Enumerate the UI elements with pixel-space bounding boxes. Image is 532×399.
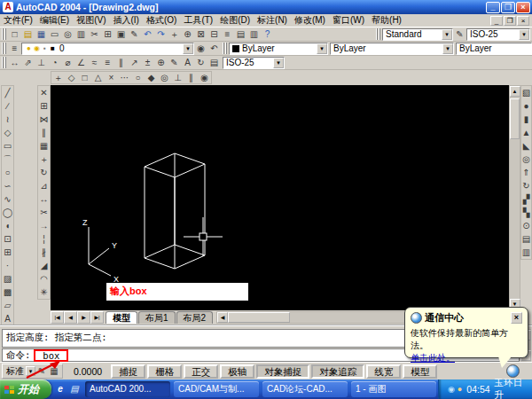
scroll-up-icon[interactable]: ▲: [510, 86, 520, 97]
snap-intersection-icon[interactable]: ×: [105, 72, 118, 84]
child-close-button[interactable]: ×: [517, 16, 529, 26]
next-tab-button[interactable]: ▶: [77, 311, 90, 324]
standard-mini-toolbar[interactable]: 标准 ▾ ✎▦: [2, 364, 63, 379]
child-restore-button[interactable]: ❐: [504, 16, 516, 26]
publish-icon[interactable]: ▥: [74, 28, 88, 41]
solids-box-icon[interactable]: ▧: [521, 86, 531, 99]
quick-launch-ie-icon[interactable]: e: [54, 383, 66, 395]
snap-quadrant-icon[interactable]: ◆: [145, 72, 158, 84]
snap-tangent-icon[interactable]: ◎: [158, 72, 171, 84]
polyline-icon[interactable]: ≀: [2, 113, 13, 126]
redo-icon[interactable]: ↷: [154, 28, 168, 41]
quick-leader-icon[interactable]: ↗: [128, 57, 141, 69]
point-icon[interactable]: ·: [2, 259, 13, 272]
polygon-icon[interactable]: ◇: [2, 126, 13, 139]
interfere-icon[interactable]: ⊙: [521, 219, 531, 232]
section-icon[interactable]: ▚: [521, 206, 531, 219]
menu-file[interactable]: 文件(F): [0, 14, 36, 27]
hatch-icon[interactable]: ▨: [2, 272, 13, 286]
plot-preview-icon[interactable]: ◎: [61, 28, 74, 41]
balloon-link[interactable]: 单击此处。: [411, 352, 522, 364]
chevron-down-icon[interactable]: ▾: [442, 29, 452, 40]
slice-icon[interactable]: ▞: [521, 192, 531, 206]
menu-window[interactable]: 窗口(W): [329, 14, 368, 27]
snap-perpendicular-icon[interactable]: ⊥: [171, 72, 184, 84]
toolbar-grip[interactable]: [2, 28, 6, 40]
mini-toolbar-icon-1[interactable]: ✎: [35, 365, 48, 378]
break-at-point-icon[interactable]: ¦: [38, 232, 50, 246]
insert-block-icon[interactable]: ⊡: [2, 232, 13, 246]
rotate-icon[interactable]: ↻: [38, 166, 50, 179]
model-toggle[interactable]: 模型: [403, 364, 437, 379]
baseline-dimension-icon[interactable]: ≡: [101, 57, 114, 69]
otrack-toggle[interactable]: 对象追踪: [311, 364, 364, 379]
temporary-track-point-icon[interactable]: ＋: [51, 72, 65, 84]
scroll-left-icon[interactable]: ◀: [217, 312, 228, 323]
chevron-down-icon[interactable]: ▾: [183, 43, 193, 54]
chevron-down-icon[interactable]: ▾: [317, 43, 327, 54]
lineweight-combo[interactable]: ByLayer: [456, 43, 532, 55]
aligned-dimension-icon[interactable]: ⇗: [21, 57, 35, 69]
menu-dimension[interactable]: 标注(N): [254, 14, 291, 27]
properties-toolbar-grip[interactable]: [223, 43, 227, 54]
revision-cloud-icon[interactable]: ∽: [2, 179, 13, 192]
dimension-edit-icon[interactable]: ✎: [168, 57, 181, 69]
layer-previous-icon[interactable]: ↶: [207, 43, 221, 55]
osnap-settings-icon[interactable]: ◉: [198, 72, 211, 84]
line-icon[interactable]: ╱: [2, 86, 13, 99]
tray-icon-2[interactable]: ●: [458, 382, 462, 396]
snap-extension-icon[interactable]: ⋯: [118, 72, 131, 84]
stretch-icon[interactable]: ↔: [38, 192, 50, 206]
rectangle-icon[interactable]: ▭: [2, 139, 13, 153]
radius-dimension-icon[interactable]: ◔: [48, 57, 61, 69]
solids-cone-icon[interactable]: ▲: [521, 126, 531, 139]
command-input-value[interactable]: box: [34, 349, 68, 362]
snap-endpoint-icon[interactable]: □: [78, 72, 91, 84]
paste-icon[interactable]: ▣: [114, 28, 128, 41]
layer-properties-manager-icon[interactable]: ≡: [8, 43, 21, 55]
make-block-icon[interactable]: ⊞: [2, 246, 13, 259]
minimize-button[interactable]: _: [486, 2, 500, 13]
layer-combo[interactable]: ●◉▪■ 0 ▾: [21, 43, 194, 55]
layer-color-icon[interactable]: ■: [49, 43, 57, 54]
mirror-icon[interactable]: ⋈: [38, 113, 50, 126]
layer-on-icon[interactable]: ●: [25, 43, 33, 54]
scale-icon[interactable]: ⊿: [38, 179, 50, 192]
tab-layout1[interactable]: 布局1: [138, 311, 176, 324]
copy-icon[interactable]: ⊞: [38, 99, 50, 113]
circle-icon[interactable]: ○: [2, 166, 13, 179]
balloon-close-icon[interactable]: ×: [511, 312, 522, 324]
snap-parallel-icon[interactable]: ∥: [184, 72, 198, 84]
horizontal-scroll-thumb[interactable]: [228, 312, 290, 323]
snap-center-icon[interactable]: ○: [131, 72, 145, 84]
tray-icon-1[interactable]: ◉: [448, 382, 455, 396]
lineweight-toggle[interactable]: 线宽: [366, 364, 401, 379]
explode-icon[interactable]: ✳: [38, 286, 50, 299]
quick-launch-desktop-icon[interactable]: ▤: [68, 383, 81, 395]
center-mark-icon[interactable]: ⊕: [154, 57, 168, 69]
drawing-canvas[interactable]: Z Y X 输入box: [51, 85, 509, 310]
task-cadcam[interactable]: CAD/CAM与制...: [174, 381, 259, 397]
chevron-down-icon[interactable]: ▾: [273, 58, 284, 68]
trim-icon[interactable]: ✂: [38, 206, 50, 219]
ordinate-dimension-icon[interactable]: ⊥: [35, 57, 48, 69]
revolve-icon[interactable]: ↻: [521, 179, 531, 192]
vertical-scroll-thumb[interactable]: [510, 98, 520, 139]
quick-dimension-icon[interactable]: ≈: [88, 57, 101, 69]
start-button[interactable]: 开始: [0, 379, 51, 399]
setup-drawing-icon[interactable]: ▤: [521, 232, 531, 246]
continue-dimension-icon[interactable]: ∥: [114, 57, 128, 69]
layer-freeze-icon[interactable]: ◉: [33, 43, 41, 54]
restore-button[interactable]: ❐: [501, 2, 515, 13]
mtext-icon[interactable]: A: [2, 312, 13, 325]
tool-palettes-icon[interactable]: ▥: [247, 28, 261, 41]
undo-icon[interactable]: ↶: [141, 28, 154, 41]
tab-layout2[interactable]: 布局2: [176, 311, 214, 324]
designcenter-icon[interactable]: ▤: [234, 28, 247, 41]
first-tab-button[interactable]: |◀: [51, 311, 64, 324]
snap-from-icon[interactable]: ◇: [65, 72, 78, 84]
copy-clip-icon[interactable]: ⊞: [101, 28, 114, 41]
linetype-combo[interactable]: ByLayer ▾: [330, 43, 454, 55]
offset-icon[interactable]: ∥: [38, 126, 50, 139]
chevron-down-icon[interactable]: ▾: [519, 29, 529, 40]
